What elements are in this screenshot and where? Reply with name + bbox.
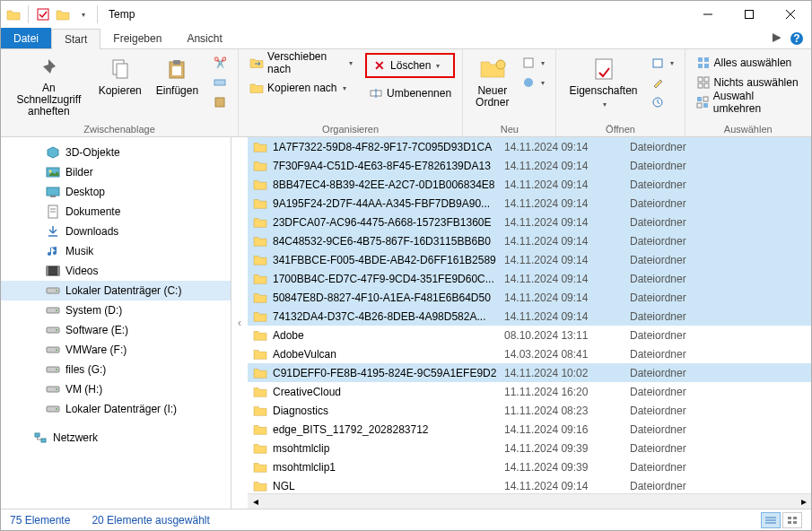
group-select: Alles auswählen Nichts auswählen Auswahl… bbox=[685, 49, 811, 136]
scroll-left-icon[interactable]: ◂ bbox=[248, 494, 263, 509]
file-type: Dateiordner bbox=[630, 367, 686, 379]
nav-item[interactable]: Desktop bbox=[1, 182, 231, 202]
nav-item[interactable]: Downloads bbox=[1, 222, 231, 241]
file-name: Diagnostics bbox=[273, 405, 504, 417]
open-button[interactable]: ▾ bbox=[647, 53, 677, 73]
paste-shortcut-button[interactable] bbox=[209, 92, 231, 112]
file-row[interactable]: msohtmlclip14.11.2024 09:39Dateiordner bbox=[248, 439, 811, 457]
paste-icon bbox=[162, 55, 191, 83]
file-row[interactable]: 7F30F9A4-C51D-4E63-8F45-E7826139DA1314.1… bbox=[248, 156, 811, 175]
file-row[interactable]: 84C48532-9CE6-4B75-867F-16D3115BB6B014.1… bbox=[248, 231, 811, 250]
copy-path-button[interactable] bbox=[209, 73, 231, 92]
properties-button[interactable]: Eigenschaften ▾ bbox=[563, 53, 642, 119]
qat-checkbox-icon[interactable] bbox=[36, 7, 50, 22]
copy-to-button[interactable]: Kopieren nach ▾ bbox=[246, 78, 356, 98]
file-row[interactable]: 341FBBCE-F005-4BDE-AB42-D6FF161B258914.1… bbox=[248, 250, 811, 269]
invert-label: Auswahl umkehren bbox=[713, 90, 800, 115]
doc-icon bbox=[46, 205, 60, 218]
tab-start[interactable]: Start bbox=[51, 29, 100, 49]
file-name: 84C48532-9CE6-4B75-867F-16D3115BB6B0 bbox=[273, 235, 504, 248]
horizontal-scrollbar[interactable]: ◂ ▸ bbox=[248, 493, 811, 509]
rename-button[interactable]: Umbenennen bbox=[365, 83, 455, 103]
close-button[interactable] bbox=[770, 1, 811, 28]
file-row[interactable]: edge_BITS_11792_202828371214.11.2024 09:… bbox=[248, 420, 811, 439]
help-icon[interactable]: ? bbox=[790, 31, 804, 46]
file-date: 14.11.2024 09:16 bbox=[504, 423, 630, 436]
scroll-right-icon[interactable]: ▸ bbox=[796, 494, 811, 509]
chevron-down-icon: ▾ bbox=[349, 59, 353, 67]
nav-item[interactable]: VM (H:) bbox=[1, 379, 231, 399]
status-bar: 75 Elemente 20 Elemente ausgewählt bbox=[1, 509, 811, 530]
nav-item[interactable]: Netzwerk bbox=[1, 428, 231, 448]
nav-item[interactable]: Dokumente bbox=[1, 202, 231, 222]
nav-item-label: Downloads bbox=[65, 225, 118, 238]
nav-collapse-handle[interactable]: ‹ bbox=[231, 137, 248, 509]
nav-pane[interactable]: 3D-ObjekteBilderDesktopDokumenteDownload… bbox=[1, 137, 231, 509]
history-button[interactable] bbox=[647, 92, 677, 112]
minimize-button[interactable] bbox=[687, 1, 729, 28]
cut-button[interactable]: ✂️ bbox=[209, 53, 231, 73]
svg-point-46 bbox=[56, 329, 57, 331]
file-list[interactable]: 1A7F7322-59D8-4F82-9F17-7C095D93D1CA14.1… bbox=[248, 137, 811, 509]
file-row[interactable]: NGL14.11.2024 09:14Dateiordner bbox=[248, 476, 811, 493]
file-row[interactable]: 23DFCA07-AC96-4475-A668-15723FB1360E14.1… bbox=[248, 213, 811, 231]
file-row[interactable]: Diagnostics11.11.2024 08:23Dateiordner bbox=[248, 401, 811, 420]
folder-icon bbox=[253, 178, 267, 191]
delete-button[interactable]: ✕ Löschen ▾ bbox=[369, 56, 451, 75]
file-row[interactable]: 1A7F7322-59D8-4F82-9F17-7C095D93D1CA14.1… bbox=[248, 137, 811, 156]
nav-item[interactable]: System (D:) bbox=[1, 300, 231, 320]
select-all-button[interactable]: Alles auswählen bbox=[693, 53, 804, 73]
file-row[interactable]: C91DEFF0-FE8B-4195-824E-9C59A1EFE9D214.1… bbox=[248, 363, 811, 382]
group-new: Neuer Ordner ▾ ▾ Neu bbox=[463, 49, 556, 136]
maximize-button[interactable] bbox=[729, 1, 770, 28]
file-row[interactable]: 9A195F24-2D7F-44AA-A345-FBF7DB9A90...14.… bbox=[248, 194, 811, 213]
file-row[interactable]: 50847E8D-8827-4F10-A1EA-F481E6B64D5014.1… bbox=[248, 288, 811, 307]
nav-item[interactable]: 3D-Objekte bbox=[1, 143, 231, 162]
file-date: 14.11.2024 09:14 bbox=[504, 235, 630, 248]
tab-view[interactable]: Ansicht bbox=[174, 28, 234, 48]
nav-item[interactable]: Bilder bbox=[1, 162, 231, 182]
nav-item[interactable]: VMWare (F:) bbox=[1, 340, 231, 360]
svg-rect-39 bbox=[47, 266, 48, 275]
copy-button[interactable]: Kopieren bbox=[93, 53, 147, 119]
new-folder-button[interactable]: Neuer Ordner bbox=[470, 53, 514, 119]
delete-x-icon: ✕ bbox=[372, 58, 387, 73]
file-date: 14.11.2024 09:14 bbox=[504, 310, 630, 323]
file-row[interactable]: AdobeVulcan14.03.2024 08:41Dateiordner bbox=[248, 344, 811, 363]
folder-icon[interactable] bbox=[56, 7, 70, 22]
svg-rect-8 bbox=[172, 66, 181, 75]
file-date: 14.11.2024 09:14 bbox=[504, 216, 630, 229]
nav-item[interactable]: Lokaler Datenträger (I:) bbox=[1, 399, 231, 419]
move-to-label: Verschieben nach bbox=[267, 50, 344, 75]
svg-point-13 bbox=[496, 60, 505, 69]
file-type: Dateiordner bbox=[630, 178, 686, 191]
edit-button[interactable] bbox=[647, 73, 677, 92]
desktop-icon bbox=[46, 186, 60, 198]
tab-file[interactable]: Datei bbox=[1, 28, 51, 48]
invert-selection-button[interactable]: Auswahl umkehren bbox=[693, 92, 804, 112]
new-item-button[interactable]: ▾ bbox=[518, 53, 548, 73]
file-row[interactable]: msohtmlclip114.11.2024 09:39Dateiordner bbox=[248, 457, 811, 476]
file-row[interactable]: 74132DA4-D37C-4B26-8DEB-4A98D582A...14.1… bbox=[248, 307, 811, 326]
file-row[interactable]: Adobe08.10.2024 13:11Dateiordner bbox=[248, 326, 811, 344]
nav-item[interactable]: Software (E:) bbox=[1, 320, 231, 340]
svg-point-42 bbox=[56, 290, 57, 292]
move-to-button[interactable]: Verschieben nach ▾ bbox=[246, 53, 356, 73]
nav-item[interactable]: Musik bbox=[1, 241, 231, 261]
easy-access-button[interactable]: ▾ bbox=[518, 73, 548, 92]
minimize-ribbon-icon[interactable]: ⯈ bbox=[772, 32, 782, 45]
qat-dropdown-icon[interactable]: ▾ bbox=[75, 7, 90, 22]
nav-item[interactable]: Lokaler Datenträger (C:) bbox=[1, 281, 231, 300]
view-large-button[interactable] bbox=[782, 512, 802, 528]
file-row[interactable]: 8BB47EC4-8B39-42EE-A2C7-0D1B006834E814.1… bbox=[248, 175, 811, 194]
pin-quickaccess-button[interactable]: An Schnellzugriff anheften bbox=[8, 53, 90, 119]
view-details-button[interactable] bbox=[761, 512, 781, 528]
rename-icon bbox=[369, 86, 383, 100]
nav-item[interactable]: Videos bbox=[1, 261, 231, 281]
paste-button[interactable]: Einfügen bbox=[151, 53, 204, 119]
file-row[interactable]: 1700BB4C-ED7C-47F9-9CD4-351FE9D60C...14.… bbox=[248, 269, 811, 288]
video-icon bbox=[46, 265, 60, 277]
nav-item[interactable]: files (G:) bbox=[1, 360, 231, 379]
file-row[interactable]: CreativeCloud11.11.2024 16:20Dateiordner bbox=[248, 382, 811, 401]
tab-share[interactable]: Freigeben bbox=[100, 28, 174, 48]
